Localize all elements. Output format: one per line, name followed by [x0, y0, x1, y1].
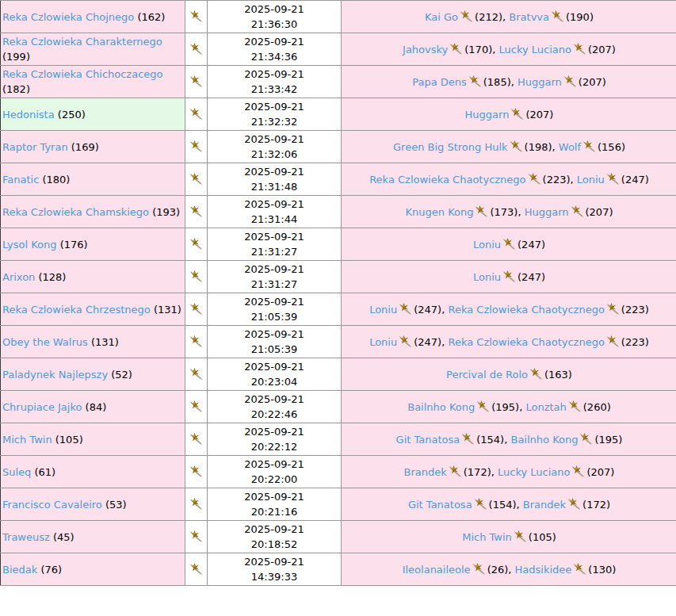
- killer-link[interactable]: Git Tanatosa: [408, 499, 472, 511]
- killer-level: (156): [598, 141, 625, 153]
- killer-link[interactable]: Git Tanatosa: [396, 434, 460, 446]
- death-row: Reka Czlowieka Chichoczacego (182)2025-0…: [1, 66, 676, 98]
- war-kill-icon: [189, 140, 203, 153]
- killer-link[interactable]: Bailnho Kong: [510, 434, 578, 446]
- war-kill-icon: [189, 530, 203, 543]
- war-kill-icon: [461, 433, 475, 446]
- kill-icon-cell: [185, 293, 208, 326]
- victim-level: (105): [55, 434, 83, 446]
- killer-link[interactable]: Papa Dens: [412, 76, 467, 88]
- killer-level: (207): [525, 109, 553, 121]
- killer-link[interactable]: Lucky Luciano: [498, 466, 570, 478]
- death-date: 2025-09-21: [244, 393, 304, 405]
- victim-link[interactable]: Lysol Kong: [2, 239, 57, 251]
- killer-level: (172): [582, 499, 610, 511]
- victim-link[interactable]: Traweusz: [2, 531, 50, 543]
- victim-link[interactable]: Reka Czlowieka Charakternego: [2, 36, 162, 48]
- killer-link[interactable]: Lucky Luciano: [499, 44, 571, 55]
- victim-link[interactable]: Chrupiace Jajko: [2, 401, 82, 413]
- victim-link[interactable]: Fanatic: [2, 174, 39, 186]
- death-date: 2025-09-21: [244, 3, 304, 15]
- war-kill-icon: [476, 400, 490, 413]
- death-time-cell: 2025-09-2121:32:06: [208, 131, 342, 163]
- kill-icon-cell: [185, 163, 208, 196]
- death-date: 2025-09-21: [244, 198, 304, 210]
- war-kill-icon: [189, 498, 203, 511]
- war-kill-icon: [582, 140, 596, 153]
- killer-link[interactable]: Bailnho Kong: [407, 401, 475, 413]
- killer-level: (207): [579, 76, 606, 88]
- killer-link[interactable]: Bratvva: [509, 11, 549, 23]
- killer-link[interactable]: Knugen Kong: [406, 206, 474, 218]
- war-kill-icon: [189, 270, 203, 283]
- killer-link[interactable]: Kai Go: [425, 11, 458, 23]
- killer-link[interactable]: Hadsikidee: [515, 564, 572, 576]
- killer-link[interactable]: Jahovsky: [403, 44, 448, 55]
- killer-link[interactable]: Brandek: [404, 466, 447, 478]
- killer-link[interactable]: Percival de Rolo: [446, 369, 528, 381]
- death-clock: 21:05:39: [251, 343, 297, 355]
- killer-link[interactable]: Huggarn: [465, 109, 510, 121]
- killer-link[interactable]: Huggarn: [525, 206, 569, 218]
- killer-link[interactable]: Ileolanaileole: [403, 564, 471, 576]
- war-kill-icon: [528, 173, 541, 186]
- killer-link[interactable]: Mich Twin: [462, 531, 512, 543]
- death-clock: 21:32:06: [251, 148, 297, 160]
- victim-link[interactable]: Paladynek Najlepszy: [2, 369, 108, 381]
- killer-link[interactable]: Wolf: [559, 141, 581, 153]
- victim-link[interactable]: Obey the Walrus: [2, 336, 88, 348]
- killer-level: (247): [414, 336, 441, 348]
- killer-link[interactable]: Huggarn: [518, 76, 562, 88]
- killer-level: (247): [518, 239, 545, 251]
- victim-link[interactable]: Raptor Tyran: [2, 141, 68, 153]
- war-kill-icon: [510, 108, 524, 121]
- death-date: 2025-09-21: [244, 263, 304, 275]
- death-time-cell: 2025-09-2121:36:30: [208, 1, 342, 33]
- death-time-cell: 2025-09-2121:31:44: [208, 196, 342, 228]
- victim-cell: Reka Czlowieka Chojnego (162): [1, 1, 185, 33]
- killer-link[interactable]: Reka Czlowieka Chaotycznego: [369, 174, 525, 186]
- victim-link[interactable]: Reka Czlowieka Chojnego: [2, 11, 134, 23]
- victim-level: (169): [71, 141, 99, 153]
- killer-link[interactable]: Lonztah: [525, 401, 566, 413]
- death-date: 2025-09-21: [244, 133, 304, 145]
- victim-level: (250): [58, 109, 86, 121]
- victim-cell: Fanatic (180): [1, 163, 185, 196]
- victim-link[interactable]: Hedonista: [2, 109, 55, 121]
- death-row: Biedak (76)2025-09-2114:39:33Ileolanaile…: [1, 553, 676, 586]
- victim-link[interactable]: Reka Czlowieka Chamskiego: [2, 206, 149, 218]
- victim-link[interactable]: Suleq: [2, 466, 31, 478]
- death-time-cell: 2025-09-2121:05:39: [208, 293, 342, 326]
- victim-link[interactable]: Reka Czlowieka Chichoczacego: [2, 68, 163, 80]
- killer-link[interactable]: Reka Czlowieka Chaotycznego: [448, 304, 604, 316]
- victim-link[interactable]: Reka Czlowieka Chrzestnego: [2, 304, 151, 316]
- victim-link[interactable]: Biedak: [2, 564, 37, 576]
- war-kill-icon: [606, 173, 620, 186]
- killer-link[interactable]: Loniu: [369, 336, 397, 348]
- victim-link[interactable]: Mich Twin: [2, 434, 52, 446]
- killer-link[interactable]: Loniu: [473, 271, 501, 283]
- killers-cell: Knugen Kong(173), Huggarn(207): [342, 196, 676, 228]
- killers-cell: Git Tanatosa(154), Bailnho Kong(195): [342, 423, 676, 456]
- killer-link[interactable]: Green Big Strong Hulk: [393, 141, 508, 153]
- killer-link[interactable]: Loniu: [473, 239, 501, 251]
- death-date: 2025-09-21: [244, 523, 304, 535]
- war-kill-icon: [514, 530, 527, 543]
- killer-link[interactable]: Loniu: [577, 174, 605, 186]
- killer-level: (212): [475, 11, 502, 23]
- war-kill-icon: [551, 10, 564, 23]
- war-kill-icon: [399, 335, 412, 348]
- killer-link[interactable]: Brandek: [523, 499, 566, 511]
- death-time-cell: 2025-09-2121:05:39: [208, 326, 342, 358]
- victim-cell: Hedonista (250): [1, 98, 185, 131]
- killer-link[interactable]: Reka Czlowieka Chaotycznego: [448, 336, 604, 348]
- kill-icon-cell: [185, 391, 208, 423]
- killer-level: (223): [543, 174, 571, 186]
- death-date: 2025-09-21: [244, 556, 304, 568]
- victim-cell: Reka Czlowieka Chamskiego (193): [1, 196, 185, 228]
- victim-level: (128): [38, 271, 66, 283]
- victim-link[interactable]: Francisco Cavaleiro: [2, 499, 102, 511]
- killer-level: (207): [586, 466, 614, 478]
- killer-link[interactable]: Loniu: [369, 304, 397, 316]
- victim-link[interactable]: Arixon: [2, 271, 35, 283]
